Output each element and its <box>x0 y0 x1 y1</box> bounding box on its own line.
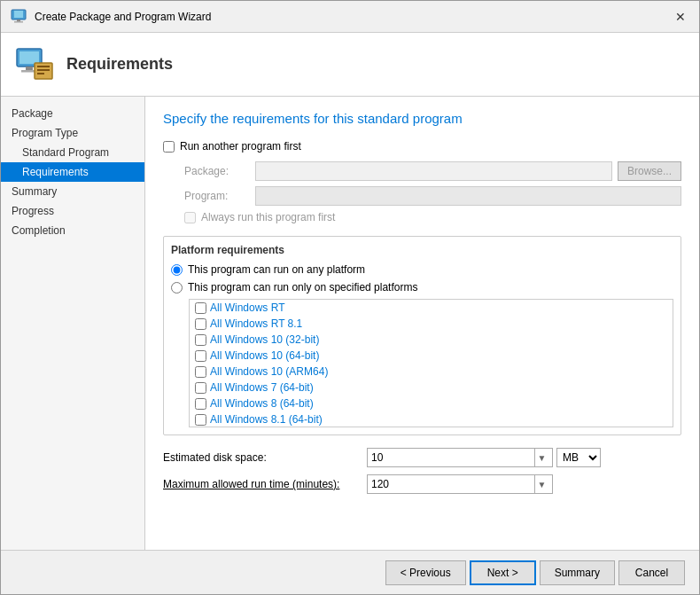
platform-requirements-label: Platform requirements <box>171 244 673 256</box>
title-bar-left: Create Package and Program Wizard <box>10 8 211 26</box>
svg-rect-10 <box>37 69 50 71</box>
cancel-button[interactable]: Cancel <box>618 560 685 585</box>
always-run-checkbox[interactable] <box>184 212 196 223</box>
platform-list-item: All Windows 10 (64-bit) <box>190 348 673 364</box>
any-platform-row: This program can run on any platform <box>171 263 673 276</box>
program-row: Program: <box>163 186 681 206</box>
sidebar-item-progress[interactable]: Progress <box>1 201 144 221</box>
platform-list-item: All Windows RT 8.1 <box>190 316 673 332</box>
next-button[interactable]: Next > <box>470 560 536 585</box>
platform-label-5: All Windows 7 (64-bit) <box>210 381 314 394</box>
run-another-row: Run another program first <box>163 140 681 153</box>
header-title: Requirements <box>66 55 173 74</box>
package-label: Package: <box>184 165 255 177</box>
platform-label-6: All Windows 8 (64-bit) <box>210 397 314 410</box>
platform-list-item: All Windows 8 (64-bit) <box>190 395 673 411</box>
header-icon <box>15 45 54 84</box>
platform-requirements-box: Platform requirements This program can r… <box>163 236 681 435</box>
disk-input-wrap: ▼ MB KB GB <box>367 448 601 467</box>
platform-list: All Windows RTAll Windows RT 8.1All Wind… <box>189 299 673 427</box>
runtime-input-wrap: ▼ <box>367 474 553 494</box>
platform-checkbox-0[interactable] <box>195 302 206 314</box>
platform-list-item: All Windows 8.1 (64-bit) <box>190 411 673 427</box>
sidebar-item-standard-program[interactable]: Standard Program <box>1 143 144 162</box>
svg-rect-1 <box>14 11 23 18</box>
platform-list-item: All Windows 10 (ARM64) <box>190 364 673 380</box>
disk-space-dropdown-arrow[interactable]: ▼ <box>534 449 548 466</box>
runtime-label: Maximum allowed run time (minutes): <box>163 478 367 490</box>
sidebar-item-summary[interactable]: Summary <box>1 182 144 201</box>
platform-checkbox-4[interactable] <box>195 366 206 378</box>
platform-list-item: All Windows 7 (64-bit) <box>190 380 673 395</box>
platform-label-1: All Windows RT 8.1 <box>210 317 302 330</box>
summary-button[interactable]: Summary <box>540 560 615 585</box>
platform-label-4: All Windows 10 (ARM64) <box>210 365 328 378</box>
platform-label-3: All Windows 10 (64-bit) <box>210 349 319 362</box>
disk-space-input-container: ▼ <box>367 448 553 467</box>
any-platform-radio[interactable] <box>171 264 183 276</box>
platform-checkbox-6[interactable] <box>195 398 206 410</box>
run-another-label[interactable]: Run another program first <box>180 140 301 153</box>
svg-rect-5 <box>19 51 39 64</box>
specified-platforms-label[interactable]: This program can run only on specified p… <box>188 281 417 294</box>
sidebar-item-package[interactable]: Package <box>1 104 144 123</box>
sidebar: Package Program Type Standard Program Re… <box>1 97 145 550</box>
wizard-window: Create Package and Program Wizard ✕ Requ… <box>0 0 700 595</box>
footer: < Previous Next > Summary Cancel <box>1 550 699 594</box>
svg-rect-6 <box>26 67 33 70</box>
disk-space-input[interactable] <box>371 451 534 464</box>
platform-checkbox-2[interactable] <box>195 334 206 346</box>
disk-space-row: Estimated disk space: ▼ MB KB GB <box>163 448 681 467</box>
runtime-row: Maximum allowed run time (minutes): ▼ <box>163 474 681 494</box>
disk-space-label: Estimated disk space: <box>163 451 367 464</box>
svg-rect-3 <box>14 21 23 23</box>
svg-rect-9 <box>37 66 50 67</box>
platform-checkbox-3[interactable] <box>195 350 206 362</box>
platform-label-0: All Windows RT <box>210 301 284 314</box>
title-bar: Create Package and Program Wizard ✕ <box>1 1 699 33</box>
always-run-row: Always run this program first <box>163 211 681 223</box>
program-input[interactable] <box>255 186 681 206</box>
sidebar-item-completion[interactable]: Completion <box>1 221 144 240</box>
platform-checkbox-1[interactable] <box>195 318 206 330</box>
header-banner: Requirements <box>1 33 699 97</box>
program-label: Program: <box>184 190 255 202</box>
browse-button[interactable]: Browse... <box>618 161 681 181</box>
wizard-icon <box>10 8 27 26</box>
any-platform-label[interactable]: This program can run on any platform <box>188 263 365 276</box>
previous-button[interactable]: < Previous <box>385 560 466 585</box>
platform-checkbox-5[interactable] <box>195 382 206 394</box>
platform-label-7: All Windows 8.1 (64-bit) <box>210 413 323 426</box>
content-area: Specify the requirements for this standa… <box>145 97 699 550</box>
svg-rect-2 <box>17 20 20 21</box>
sidebar-item-requirements[interactable]: Requirements <box>1 162 144 182</box>
always-run-label[interactable]: Always run this program first <box>201 211 335 223</box>
specified-platforms-radio[interactable] <box>171 282 183 294</box>
package-row: Package: Browse... <box>163 161 681 181</box>
run-another-checkbox[interactable] <box>163 141 175 153</box>
sidebar-item-program-type[interactable]: Program Type <box>1 123 144 143</box>
content-title: Specify the requirements for this standa… <box>163 111 681 126</box>
platform-list-item: All Windows RT <box>190 300 673 316</box>
platform-list-item: All Windows 10 (32-bit) <box>190 332 673 348</box>
window-title: Create Package and Program Wizard <box>35 11 211 23</box>
specified-platforms-row: This program can run only on specified p… <box>171 281 673 294</box>
main-content: Package Program Type Standard Program Re… <box>1 97 699 550</box>
platform-label-2: All Windows 10 (32-bit) <box>210 333 319 346</box>
svg-rect-11 <box>37 73 44 74</box>
close-button[interactable]: ✕ <box>671 7 690 27</box>
runtime-dropdown-arrow[interactable]: ▼ <box>534 475 548 493</box>
platform-checkbox-7[interactable] <box>195 414 206 426</box>
package-input[interactable] <box>255 161 612 181</box>
disk-space-unit-select[interactable]: MB KB GB <box>556 448 601 467</box>
runtime-input[interactable] <box>371 478 534 490</box>
